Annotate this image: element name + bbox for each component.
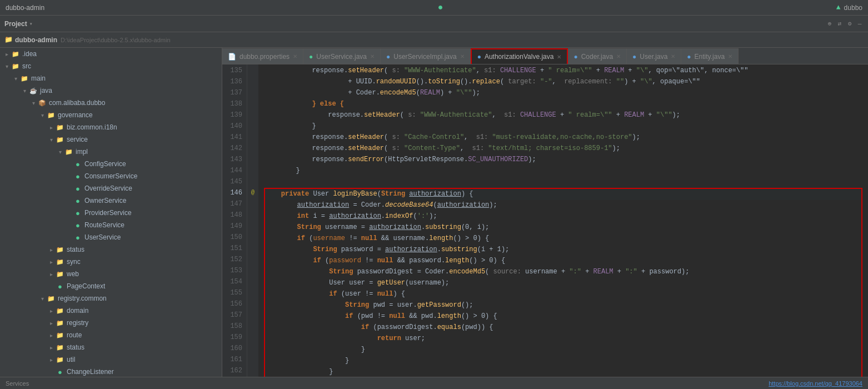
sidebar-item-web[interactable]: ▸ 📁 web xyxy=(0,268,222,280)
gutter-150 xyxy=(247,231,258,242)
sidebar-item-impl[interactable]: ▾ 📁 impl xyxy=(0,146,222,158)
line-num-141: 141 xyxy=(222,132,242,143)
code-line-156: String pwd = user.getPassword(); xyxy=(265,300,861,311)
gutter-151 xyxy=(247,242,258,253)
tab-authorization-valve[interactable]: ● AuthorizationValve.java ✕ xyxy=(471,48,568,64)
gutter-143 xyxy=(247,153,258,164)
add-icon[interactable]: ⊕ xyxy=(826,20,834,28)
editor-body: 135 136 137 138 139 140 141 142 143 144 … xyxy=(222,64,868,377)
arrow-web: ▸ xyxy=(47,271,56,277)
tabs-bar: 📄 dubbo.properties ✕ ● UserService.java … xyxy=(222,48,868,64)
sidebar-item-governance[interactable]: ▾ 📁 governance xyxy=(0,109,222,121)
title-bar-icons: ● xyxy=(438,3,443,13)
sidebar-item-consumer-service[interactable]: ● ConsumerService xyxy=(0,170,222,182)
sidebar-item-java[interactable]: ▾ ☕ java xyxy=(0,84,222,97)
registry-label: registry xyxy=(67,319,88,327)
project-root-label: dubbo-admin xyxy=(15,36,57,44)
sidebar-item-change-listener[interactable]: ● ChangeListener xyxy=(0,366,222,377)
tab-user-java[interactable]: ● User.java ✕ xyxy=(627,48,681,64)
gutter-156 xyxy=(247,298,258,309)
line-num-142: 142 xyxy=(222,143,242,154)
tab-user-service-icon: ● xyxy=(309,53,313,61)
sidebar-item-route[interactable]: ▸ 📁 route xyxy=(0,329,222,341)
code-line-143: response.sendError(HttpServletResponse.S… xyxy=(264,154,862,166)
sync-folder-icon: 📁 xyxy=(56,257,64,266)
arrow-route: ▸ xyxy=(47,332,56,338)
line-num-144: 144 xyxy=(222,166,242,177)
gutter-138 xyxy=(247,98,258,109)
tab-entity-java-icon: ● xyxy=(687,53,691,61)
gutter-icons: @ xyxy=(247,64,258,377)
sidebar-item-src[interactable]: ▾ 📁 src xyxy=(0,60,222,72)
tab-auth-valve-icon: ● xyxy=(477,53,481,61)
gutter-155 xyxy=(247,287,258,298)
sidebar-item-owner-service[interactable]: ● OwnerService xyxy=(0,194,222,207)
line-num-135: 135 xyxy=(222,66,242,77)
tab-entity-java[interactable]: ● Entity.java ✕ xyxy=(681,48,739,64)
code-area[interactable]: response.setHeader( s: "WWW-Authenticate… xyxy=(258,64,868,377)
tab-user-service-impl-close[interactable]: ✕ xyxy=(460,53,465,59)
code-line-140: } xyxy=(264,121,862,132)
sidebar-item-service[interactable]: ▾ 📁 service xyxy=(0,133,222,146)
line-num-136: 136 xyxy=(222,77,242,88)
tab-auth-valve-label: AuthorizationValve.java xyxy=(485,53,554,61)
service-icon: 📁 xyxy=(56,135,64,144)
status-url[interactable]: https://blog.csdn.net/qq_41793064 xyxy=(769,380,862,387)
arrow-sync: ▸ xyxy=(47,259,56,265)
line-num-157: 157 xyxy=(222,310,242,321)
sidebar-item-route-service[interactable]: ● RouteService xyxy=(0,219,222,231)
editor-container: 📄 dubbo.properties ✕ ● UserService.java … xyxy=(222,48,868,377)
sidebar-item-util[interactable]: ▸ 📁 util xyxy=(0,353,222,366)
minimize-icon[interactable]: — xyxy=(856,20,864,28)
provider-service-icon: ● xyxy=(73,208,82,217)
tab-user-service-impl[interactable]: ● UserServiceImpl.java ✕ xyxy=(381,48,471,64)
sidebar-item-sync[interactable]: ▸ 📁 sync xyxy=(0,256,222,268)
status-label: status xyxy=(67,246,84,253)
arrow-main: ▾ xyxy=(11,76,20,82)
sidebar-item-biz-common[interactable]: ▸ 📁 biz.common.i18n xyxy=(0,121,222,133)
line-num-154: 154 xyxy=(222,277,242,288)
sidebar-item-status2[interactable]: ▸ 📁 status xyxy=(0,341,222,353)
tab-entity-java-close[interactable]: ✕ xyxy=(728,53,732,59)
sync-icon[interactable]: ⇄ xyxy=(836,20,844,28)
sidebar-item-com-alibaba[interactable]: ▾ 📦 com.alibaba.dubbo xyxy=(0,97,222,109)
tab-coder-close[interactable]: ✕ xyxy=(616,53,621,59)
sidebar-item-registry[interactable]: ▸ 📁 registry xyxy=(0,317,222,329)
sidebar-item-user-service[interactable]: ● UserService xyxy=(0,231,222,243)
sidebar-item-config-service[interactable]: ● ConfigService xyxy=(0,158,222,170)
com-alibaba-label: com.alibaba.dubbo xyxy=(49,99,105,107)
registry-common-icon: 📁 xyxy=(47,294,56,303)
sidebar-item-provider-service[interactable]: ● ProviderService xyxy=(0,207,222,219)
dropdown-arrow[interactable]: ▾ xyxy=(29,21,33,27)
settings-icon[interactable]: ⚙ xyxy=(846,20,854,28)
sidebar-item-idea[interactable]: ▸ 📁 .idea xyxy=(0,48,222,60)
sidebar-item-main[interactable]: ▾ 📁 main xyxy=(0,72,222,84)
tab-dubbo-properties-close[interactable]: ✕ xyxy=(293,53,297,59)
web-folder-icon: 📁 xyxy=(56,270,64,278)
tab-auth-valve-close[interactable]: ✕ xyxy=(557,54,561,60)
sidebar-item-page-context[interactable]: ● PageContext xyxy=(0,280,222,292)
tab-dubbo-properties[interactable]: 📄 dubbo.properties ✕ xyxy=(222,48,303,64)
tab-coder[interactable]: ● Coder.java ✕ xyxy=(568,48,627,64)
consumer-service-icon: ● xyxy=(73,172,82,181)
arrow-status2: ▸ xyxy=(47,345,56,351)
line-num-155: 155 xyxy=(222,288,242,299)
tab-user-service[interactable]: ● UserService.java ✕ xyxy=(303,48,381,64)
gutter-141 xyxy=(247,131,258,142)
sidebar-item-override-service[interactable]: ● OverrideService xyxy=(0,182,222,194)
line-num-152: 152 xyxy=(222,255,242,266)
tab-user-java-close[interactable]: ✕ xyxy=(671,53,675,59)
config-service-icon: ● xyxy=(73,159,82,168)
sidebar-item-domain[interactable]: ▸ 📁 domain xyxy=(0,305,222,317)
sidebar-item-status[interactable]: ▸ 📁 status xyxy=(0,243,222,256)
arrow-impl: ▾ xyxy=(56,149,64,155)
code-line-138: } else { xyxy=(264,99,862,110)
arrow-biz-common: ▸ xyxy=(47,124,56,131)
tab-user-service-close[interactable]: ✕ xyxy=(370,53,375,59)
project-label[interactable]: Project xyxy=(4,20,27,28)
app-title: dubbo-admin xyxy=(6,4,44,12)
java-folder-icon: ☕ xyxy=(29,86,38,95)
line-numbers: 135 136 137 138 139 140 141 142 143 144 … xyxy=(222,64,247,377)
sidebar-item-registry-common[interactable]: ▾ 📁 registry.common xyxy=(0,292,222,305)
user-service-icon: ● xyxy=(73,233,82,242)
